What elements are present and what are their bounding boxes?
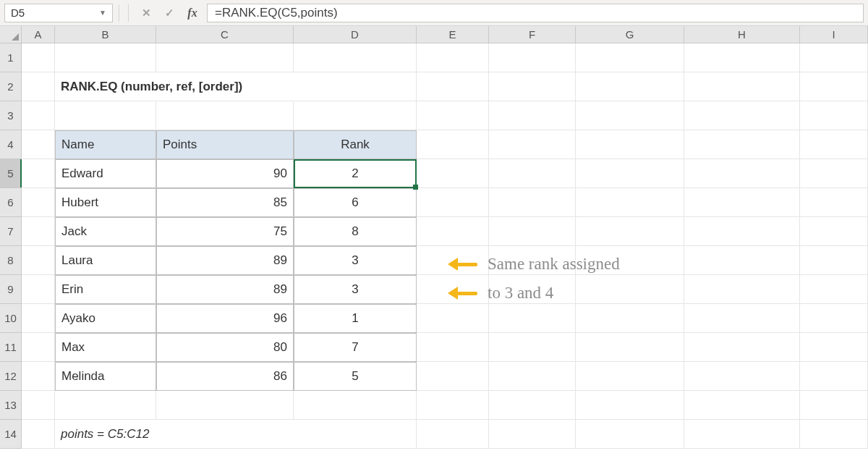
cell[interactable] [489, 362, 576, 391]
cell[interactable] [800, 188, 868, 217]
td-name[interactable]: Laura [55, 246, 156, 275]
td-name[interactable]: Edward [55, 159, 156, 188]
cell[interactable] [576, 391, 684, 420]
cell[interactable] [800, 217, 868, 246]
cell[interactable] [800, 362, 868, 391]
cell[interactable] [55, 43, 156, 72]
td-name[interactable]: Hubert [55, 188, 156, 217]
page-title[interactable]: RANK.EQ (number, ref, [order]) [55, 72, 417, 101]
cell[interactable] [576, 275, 684, 304]
cell[interactable] [22, 72, 55, 101]
cell[interactable] [684, 130, 800, 159]
td-points[interactable]: 89 [156, 275, 294, 304]
row-header-11[interactable]: 11 [0, 333, 22, 362]
cell[interactable] [489, 159, 576, 188]
cell[interactable] [576, 72, 684, 101]
row-header-3[interactable]: 3 [0, 101, 22, 130]
cell[interactable] [22, 43, 55, 72]
row-header-10[interactable]: 10 [0, 304, 22, 333]
cell[interactable] [684, 246, 800, 275]
td-name[interactable]: Melinda [55, 362, 156, 391]
cell[interactable] [417, 130, 489, 159]
td-name[interactable]: Max [55, 333, 156, 362]
cell[interactable] [489, 391, 576, 420]
cell[interactable] [576, 420, 684, 449]
col-header-H[interactable]: H [684, 26, 800, 43]
cell[interactable] [22, 159, 55, 188]
name-box[interactable]: D5 ▼ [4, 4, 113, 22]
col-header-I[interactable]: I [800, 26, 868, 43]
row-header-4[interactable]: 4 [0, 130, 22, 159]
td-points[interactable]: 75 [156, 217, 294, 246]
th-rank[interactable]: Rank [294, 130, 417, 159]
cell[interactable] [576, 304, 684, 333]
cell[interactable] [489, 217, 576, 246]
cell[interactable] [22, 217, 55, 246]
cell[interactable] [22, 362, 55, 391]
cell[interactable] [55, 391, 156, 420]
row-header-12[interactable]: 12 [0, 362, 22, 391]
cell[interactable] [800, 72, 868, 101]
td-rank[interactable]: 6 [294, 188, 417, 217]
cell[interactable] [417, 101, 489, 130]
td-rank[interactable]: 8 [294, 217, 417, 246]
td-rank[interactable]: 2 [294, 159, 417, 188]
cell[interactable] [800, 391, 868, 420]
cell[interactable] [294, 43, 417, 72]
cell[interactable] [684, 72, 800, 101]
cell[interactable] [22, 130, 55, 159]
footer-note[interactable]: points = C5:C12 [55, 420, 417, 449]
cell[interactable] [489, 304, 576, 333]
col-header-B[interactable]: B [55, 26, 156, 43]
td-rank[interactable]: 5 [294, 362, 417, 391]
cell[interactable] [22, 246, 55, 275]
cell[interactable] [684, 188, 800, 217]
th-name[interactable]: Name [55, 130, 156, 159]
cell[interactable] [576, 217, 684, 246]
td-points[interactable]: 90 [156, 159, 294, 188]
cell[interactable] [417, 362, 489, 391]
td-points[interactable]: 96 [156, 304, 294, 333]
cell[interactable] [576, 101, 684, 130]
cell[interactable] [576, 333, 684, 362]
enter-icon[interactable]: ✓ [161, 4, 178, 22]
cell[interactable] [800, 275, 868, 304]
cell[interactable] [417, 188, 489, 217]
cell[interactable] [489, 130, 576, 159]
row-header-13[interactable]: 13 [0, 391, 22, 420]
td-rank[interactable]: 3 [294, 275, 417, 304]
cell[interactable] [576, 159, 684, 188]
td-name[interactable]: Ayako [55, 304, 156, 333]
td-rank[interactable]: 1 [294, 304, 417, 333]
cell[interactable] [22, 420, 55, 449]
cell[interactable] [22, 333, 55, 362]
cell[interactable] [800, 333, 868, 362]
cell[interactable] [800, 246, 868, 275]
cancel-icon[interactable]: ✕ [137, 4, 155, 22]
cell[interactable] [294, 391, 417, 420]
row-header-14[interactable]: 14 [0, 420, 22, 449]
td-points[interactable]: 86 [156, 362, 294, 391]
col-header-F[interactable]: F [489, 26, 576, 43]
row-header-1[interactable]: 1 [0, 43, 22, 72]
cell[interactable] [684, 362, 800, 391]
cell[interactable] [800, 159, 868, 188]
fx-icon[interactable]: fx [184, 4, 201, 22]
row-header-8[interactable]: 8 [0, 246, 22, 275]
cell[interactable] [684, 43, 800, 72]
cell[interactable] [684, 420, 800, 449]
th-points[interactable]: Points [156, 130, 294, 159]
cell[interactable] [22, 188, 55, 217]
td-points[interactable]: 89 [156, 246, 294, 275]
cell[interactable] [800, 420, 868, 449]
chevron-down-icon[interactable]: ▼ [99, 9, 106, 17]
cell[interactable] [489, 333, 576, 362]
cell[interactable] [800, 43, 868, 72]
cell[interactable] [684, 275, 800, 304]
cell[interactable] [684, 333, 800, 362]
row-header-2[interactable]: 2 [0, 72, 22, 101]
cell[interactable] [22, 101, 55, 130]
cell[interactable] [489, 43, 576, 72]
cell[interactable] [417, 43, 489, 72]
cell[interactable] [22, 391, 55, 420]
